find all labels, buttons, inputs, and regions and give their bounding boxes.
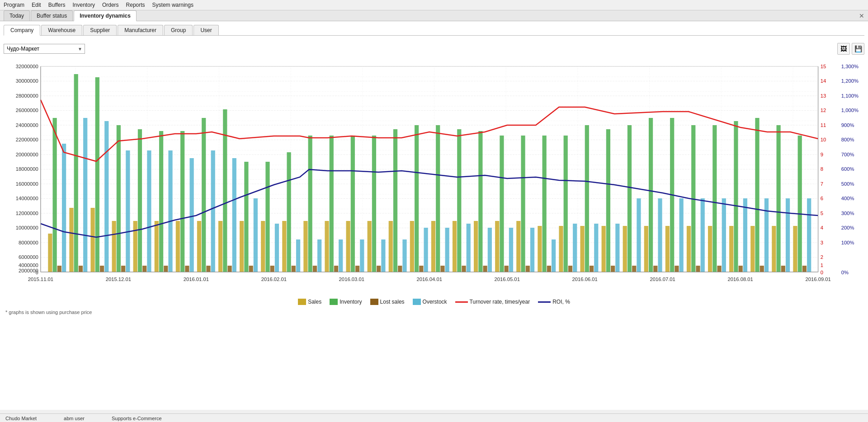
svg-rect-195 bbox=[777, 125, 781, 272]
legend-sales: Sales bbox=[298, 299, 321, 305]
subtab-warehouse[interactable]: Warehouse bbox=[41, 25, 82, 35]
svg-text:2015.12.01: 2015.12.01 bbox=[106, 277, 131, 282]
svg-rect-159 bbox=[585, 125, 589, 272]
svg-rect-186 bbox=[729, 226, 733, 272]
svg-rect-116 bbox=[355, 266, 359, 272]
chart-svg: 32000000 30000000 28000000 26000000 2400… bbox=[4, 62, 864, 297]
export-button[interactable]: 🖼 bbox=[837, 43, 850, 55]
legend-overstock-color bbox=[413, 299, 421, 305]
save-icon: 💾 bbox=[854, 45, 862, 52]
y-label-4: 24000000 bbox=[16, 122, 38, 128]
svg-rect-154 bbox=[559, 226, 563, 272]
y-label-2: 28000000 bbox=[16, 93, 38, 98]
svg-text:1: 1 bbox=[821, 263, 823, 268]
svg-rect-189 bbox=[743, 198, 747, 272]
svg-rect-198 bbox=[793, 226, 797, 272]
svg-rect-90 bbox=[218, 221, 222, 272]
menu-edit[interactable]: Edit bbox=[32, 2, 41, 8]
y-label-16: 0 bbox=[36, 270, 38, 275]
svg-text:8: 8 bbox=[821, 167, 823, 172]
svg-text:2016.03.01: 2016.03.01 bbox=[339, 277, 364, 282]
legend-inventory: Inventory bbox=[330, 299, 362, 305]
svg-text:15: 15 bbox=[821, 64, 826, 69]
tab-today[interactable]: Today bbox=[4, 10, 30, 21]
svg-rect-176 bbox=[675, 266, 679, 272]
legend-lost-sales: Lost sales bbox=[370, 299, 405, 305]
svg-rect-74 bbox=[133, 221, 137, 272]
save-button[interactable]: 💾 bbox=[852, 43, 864, 55]
svg-rect-70 bbox=[112, 221, 116, 272]
svg-rect-105 bbox=[296, 239, 300, 272]
svg-rect-193 bbox=[764, 198, 769, 272]
svg-rect-158 bbox=[580, 226, 584, 272]
svg-rect-181 bbox=[701, 198, 705, 272]
subtab-manufacturer[interactable]: Manufacturer bbox=[118, 25, 163, 35]
y-label-14: 4000000 bbox=[19, 263, 38, 268]
svg-rect-62 bbox=[69, 208, 73, 272]
menu-inventory[interactable]: Inventory bbox=[73, 2, 95, 8]
svg-text:400%: 400% bbox=[841, 196, 854, 202]
y-label-11: 10000000 bbox=[16, 225, 38, 231]
svg-rect-93 bbox=[232, 158, 236, 272]
svg-rect-65 bbox=[83, 118, 87, 272]
status-system: Supports e-Commerce bbox=[112, 416, 162, 421]
svg-text:2015.11.01: 2015.11.01 bbox=[28, 277, 53, 282]
y-label-7: 18000000 bbox=[16, 167, 38, 172]
svg-rect-165 bbox=[615, 224, 619, 272]
svg-rect-200 bbox=[802, 266, 807, 272]
menu-program[interactable]: Program bbox=[4, 2, 24, 8]
subtab-user[interactable]: User bbox=[193, 25, 218, 35]
menu-bar: Program Edit Buffers Inventory Orders Re… bbox=[0, 0, 868, 10]
svg-rect-153 bbox=[552, 239, 556, 272]
svg-text:2016.09.01: 2016.09.01 bbox=[805, 277, 830, 282]
svg-text:4: 4 bbox=[821, 225, 823, 231]
svg-rect-97 bbox=[254, 198, 258, 272]
svg-rect-128 bbox=[419, 266, 423, 272]
legend-roi: ROI, % bbox=[538, 299, 570, 305]
svg-rect-143 bbox=[500, 136, 504, 272]
sub-tab-bar: Company Warehouse Supplier Manufacturer … bbox=[4, 25, 864, 36]
legend-overstock: Overstock bbox=[413, 299, 447, 305]
svg-rect-178 bbox=[687, 226, 691, 272]
menu-system-warnings[interactable]: System warnings bbox=[152, 2, 193, 8]
svg-rect-190 bbox=[750, 226, 755, 272]
svg-rect-110 bbox=[325, 221, 329, 272]
svg-rect-101 bbox=[275, 224, 279, 272]
close-icon[interactable]: ✕ bbox=[859, 12, 864, 19]
svg-rect-58 bbox=[48, 234, 52, 272]
svg-rect-104 bbox=[292, 266, 296, 272]
menu-buffers[interactable]: Buffers bbox=[48, 2, 66, 8]
subtab-supplier[interactable]: Supplier bbox=[83, 25, 117, 35]
y-label-3: 26000000 bbox=[16, 108, 38, 113]
tab-inventory-dynamics[interactable]: Inventory dynamics bbox=[74, 10, 137, 21]
svg-rect-174 bbox=[665, 226, 670, 272]
svg-text:2016.06.01: 2016.06.01 bbox=[572, 277, 598, 282]
svg-rect-61 bbox=[62, 144, 66, 272]
svg-text:0: 0 bbox=[821, 270, 823, 275]
menu-orders[interactable]: Orders bbox=[102, 2, 119, 8]
svg-text:13: 13 bbox=[821, 93, 826, 98]
svg-text:300%: 300% bbox=[841, 211, 854, 216]
y-label-13: 6000000 bbox=[19, 255, 38, 260]
svg-rect-67 bbox=[95, 77, 99, 272]
tab-buffer-status[interactable]: Buffer status bbox=[31, 10, 73, 21]
svg-rect-60 bbox=[57, 266, 61, 272]
svg-rect-76 bbox=[142, 266, 146, 272]
footer-note: * graphs is shown using purchase price bbox=[4, 308, 864, 317]
subtab-company[interactable]: Company bbox=[4, 25, 40, 36]
company-dropdown[interactable]: Чудо-Маркет bbox=[4, 44, 85, 54]
svg-text:2016.08.01: 2016.08.01 bbox=[727, 277, 753, 282]
subtab-group[interactable]: Group bbox=[164, 25, 193, 35]
svg-rect-102 bbox=[282, 221, 286, 272]
svg-rect-150 bbox=[538, 226, 542, 272]
company-dropdown-wrapper: Чудо-Маркет bbox=[4, 44, 85, 54]
svg-rect-96 bbox=[249, 266, 253, 272]
svg-rect-123 bbox=[393, 129, 397, 272]
svg-rect-127 bbox=[415, 125, 419, 272]
menu-reports[interactable]: Reports bbox=[126, 2, 145, 8]
svg-rect-170 bbox=[644, 226, 648, 272]
svg-text:3: 3 bbox=[821, 240, 823, 245]
svg-rect-89 bbox=[211, 150, 215, 272]
svg-rect-130 bbox=[431, 221, 435, 272]
svg-rect-151 bbox=[542, 136, 547, 272]
